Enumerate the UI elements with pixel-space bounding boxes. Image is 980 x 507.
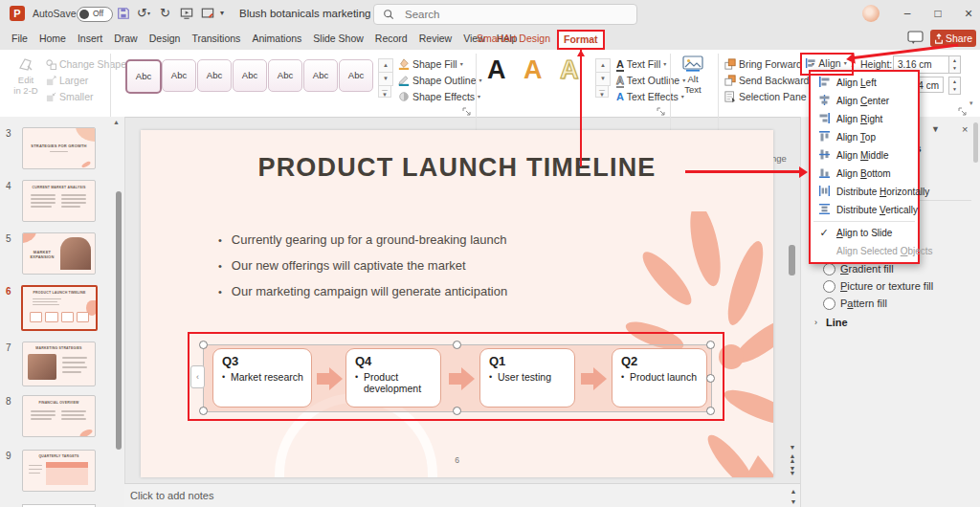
slide-bullet-1[interactable]: •Currently gearing up for a ground-break… (218, 232, 678, 248)
shape-style-chip-4[interactable]: Abc (233, 59, 267, 92)
tab-smartart-design[interactable]: SmartArt Design (477, 27, 550, 50)
tab-animations[interactable]: Animations (246, 27, 307, 50)
change-shape-button[interactable]: Change Shape▾ (46, 56, 132, 72)
slide-bullet-3[interactable]: •Our marketing campaign will generate an… (218, 284, 678, 299)
gradient-fill-radio[interactable] (823, 263, 835, 276)
slide-thumbnail-7[interactable]: MARKETING STRATEGIES (22, 342, 96, 386)
tab-transitions[interactable]: Transitions (186, 27, 246, 50)
slide-scrollbar[interactable] (789, 245, 795, 276)
next-slide-button[interactable]: ▼▼ (788, 466, 797, 475)
size-dialog-launcher[interactable] (958, 102, 968, 112)
menu-item-align-bottom[interactable]: Align Bottom (811, 165, 918, 183)
larger-button[interactable]: Larger (46, 73, 88, 88)
close-button[interactable]: × (955, 0, 980, 27)
notes-placeholder[interactable]: Click to add notes (130, 484, 213, 507)
menu-item-align-right[interactable]: Align Right (811, 110, 918, 128)
wordart-style-3[interactable]: A (560, 55, 579, 85)
comments-button[interactable] (907, 31, 924, 46)
menu-item-distribute-horizontally[interactable]: Distribute Horizontally (811, 183, 918, 201)
undo-dropdown-icon[interactable]: ▾ (147, 11, 150, 16)
shape-styles-gallery-up[interactable]: ▲ (378, 58, 393, 73)
notes-scroll-up-icon[interactable]: ▲ (789, 488, 798, 495)
wordart-style-1[interactable]: A (487, 55, 506, 85)
slide-canvas[interactable]: PRODUCT LAUNCH TIMELINE •Currently geari… (141, 130, 773, 477)
wordart-style-2[interactable]: A (523, 55, 543, 85)
smaller-button[interactable]: Smaller (46, 89, 94, 104)
menu-item-distribute-vertically[interactable]: Distribute Vertically (811, 201, 918, 219)
previous-slide-button[interactable]: ▲▲ (788, 453, 797, 463)
autosave-toggle[interactable]: Off (77, 7, 113, 22)
tab-home[interactable]: Home (33, 27, 72, 50)
tab-format[interactable]: Format (557, 30, 605, 50)
slide-bullet-2[interactable]: •Our new offerings will captivate the ma… (218, 258, 678, 274)
menu-item-align-center[interactable]: Align Center (811, 92, 918, 110)
slide-thumbnail-3[interactable]: STRATEGIES FOR GROWTH (22, 127, 96, 169)
tab-slide-show[interactable]: Slide Show (307, 27, 369, 50)
shape-style-chip-6[interactable]: Abc (303, 59, 338, 92)
pane-close-icon[interactable]: × (962, 123, 968, 135)
save-button[interactable] (117, 7, 130, 24)
thumbs-scroll-up-icon[interactable]: ▲ (113, 119, 120, 125)
qat-overflow-button[interactable]: ▾ (220, 0, 224, 27)
review-changes-button[interactable] (201, 7, 214, 24)
menu-item-align-to-slide[interactable]: ✓ Align to Slide (811, 224, 918, 242)
powerpoint-app-icon[interactable]: P (10, 6, 25, 21)
shape-style-chip-7[interactable]: Abc (339, 59, 373, 92)
collapse-ribbon-icon[interactable]: ▾ (969, 99, 973, 107)
tab-record[interactable]: Record (369, 27, 413, 50)
menu-item-align-left[interactable]: Align Left (811, 74, 918, 92)
menu-item-align-middle[interactable]: Align Middle (811, 146, 918, 165)
shape-style-chip-5[interactable]: Abc (268, 59, 302, 92)
wordart-gallery-down[interactable]: ▼ (595, 72, 611, 86)
minimize-button[interactable]: – (894, 0, 921, 27)
shape-fill-button[interactable]: Shape Fill▾ (398, 56, 463, 72)
line-section-label[interactable]: Line (826, 317, 848, 328)
search-input[interactable] (403, 6, 617, 23)
undo-button[interactable]: ↺▾ (137, 0, 150, 27)
account-avatar[interactable] (862, 5, 880, 22)
wordart-gallery-up[interactable]: ▲ (595, 58, 611, 73)
slideshow-monitor-icon (180, 7, 193, 20)
tab-insert[interactable]: Insert (72, 27, 108, 50)
shape-styles-gallery-more[interactable]: —▼ (378, 85, 391, 98)
slide-thumbnail-6-selected[interactable]: PRODUCT LAUNCH TIMELINE (21, 285, 98, 331)
tab-design[interactable]: Design (144, 27, 187, 50)
alt-text-button[interactable]: AltText (675, 55, 711, 95)
thumbs-scrollbar[interactable] (116, 191, 122, 450)
maximize-button[interactable]: □ (924, 0, 951, 27)
tab-draw[interactable]: Draw (108, 27, 144, 50)
width-spinner[interactable]: ▲▼ (948, 77, 961, 95)
selection-pane-button[interactable]: Selection Pane (724, 89, 807, 104)
picture-fill-radio[interactable] (823, 280, 835, 293)
pattern-fill-radio[interactable] (823, 298, 835, 310)
shape-styles-dialog-launcher[interactable] (462, 102, 472, 112)
slide-title[interactable]: PRODUCT LAUNCH TIMELINE (141, 153, 773, 183)
wordart-gallery-more[interactable]: —▼ (595, 85, 609, 98)
slide-thumbnail-4[interactable]: CURRENT MARKET ANALYSIS (22, 180, 96, 222)
shape-outline-button[interactable]: Shape Outline▾ (398, 73, 482, 88)
search-box[interactable] (373, 4, 637, 25)
pane-chevron-down-icon[interactable]: ▼ (931, 124, 940, 134)
redo-button[interactable]: ↻ (160, 0, 170, 27)
slide-thumbnail-8[interactable]: FINANCIAL OVERVIEW (22, 395, 96, 437)
menu-item-align-top[interactable]: Align Top (811, 128, 918, 146)
shape-styles-gallery-down[interactable]: ▼ (378, 72, 393, 86)
text-fill-button[interactable]: A Text Fill▾ (616, 56, 666, 72)
pane-scrollbar[interactable] (973, 122, 978, 163)
tab-review[interactable]: Review (413, 27, 457, 50)
thumb-title: PRODUCT LAUNCH TIMELINE (23, 291, 96, 295)
tab-file[interactable]: File (6, 27, 33, 50)
line-expand-chevron-icon[interactable]: › (814, 318, 817, 327)
shape-style-chip-2[interactable]: Abc (162, 59, 196, 92)
slide-thumbnail-5[interactable]: MARKET EXPANSION (22, 232, 96, 275)
edit-in-2d-button[interactable]: Editin 2-D (10, 55, 42, 96)
height-spinner[interactable]: ▲▼ (948, 55, 961, 74)
notes-scroll-down-icon[interactable]: ▼ (789, 498, 798, 505)
scroll-down-icon[interactable]: ▼ (788, 444, 797, 451)
start-slideshow-button[interactable] (180, 7, 193, 24)
shape-style-chip-3[interactable]: Abc (197, 59, 232, 92)
wordart-dialog-launcher[interactable] (657, 102, 666, 112)
distribute-horizontally-icon (817, 184, 831, 201)
slide-thumbnail-9[interactable]: QUARTERLY TARGETS (22, 450, 96, 492)
shape-style-chip-1[interactable]: Abc (125, 59, 162, 94)
